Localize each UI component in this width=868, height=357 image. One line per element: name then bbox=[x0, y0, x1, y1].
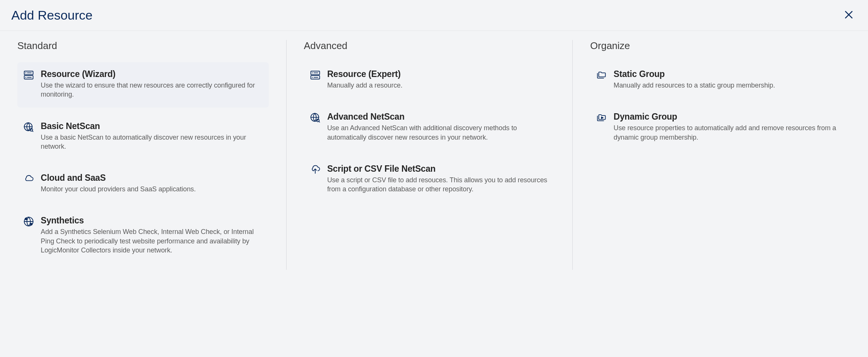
option-body: Script or CSV File NetScan Use a script … bbox=[327, 164, 549, 194]
add-resource-modal: Add Resource Standard bbox=[0, 0, 868, 279]
folders-dynamic-icon bbox=[596, 112, 607, 142]
option-title: Advanced NetScan bbox=[327, 112, 549, 122]
option-cloud-saas[interactable]: Cloud and SaaS Monitor your cloud provid… bbox=[17, 166, 269, 202]
cloud-icon bbox=[23, 173, 34, 194]
option-desc: Use resource properties to automatically… bbox=[613, 123, 845, 142]
option-body: Basic NetScan Use a basic NetScan to aut… bbox=[41, 121, 263, 151]
option-resource-wizard[interactable]: Resource (Wizard) Use the wizard to ensu… bbox=[17, 62, 269, 108]
section-standard: Standard Resource (Wizard) Use the wizar… bbox=[0, 40, 287, 270]
modal-header: Add Resource bbox=[0, 0, 868, 31]
option-body: Synthetics Add a Synthetics Selenium Web… bbox=[41, 215, 263, 255]
option-title: Resource (Expert) bbox=[327, 69, 549, 79]
section-advanced: Advanced Resource (Expert) Manually add … bbox=[287, 40, 573, 270]
option-desc: Manually add a resource. bbox=[327, 81, 549, 90]
option-title: Dynamic Group bbox=[613, 112, 845, 122]
option-body: Resource (Wizard) Use the wizard to ensu… bbox=[41, 69, 263, 99]
option-desc: Manually add resources to a static group… bbox=[613, 81, 845, 90]
option-title: Cloud and SaaS bbox=[41, 173, 263, 183]
globe-search-icon bbox=[310, 112, 321, 142]
option-dynamic-group[interactable]: Dynamic Group Use resource properties to… bbox=[590, 105, 851, 150]
option-synthetics[interactable]: Synthetics Add a Synthetics Selenium Web… bbox=[17, 209, 269, 263]
option-title: Basic NetScan bbox=[41, 121, 263, 131]
modal-body: Standard Resource (Wizard) Use the wizar… bbox=[0, 31, 868, 279]
globe-search-icon bbox=[23, 121, 34, 151]
option-body: Advanced NetScan Use an Advanced NetScan… bbox=[327, 112, 549, 142]
option-desc: Monitor your cloud providers and SaaS ap… bbox=[41, 185, 263, 194]
option-title: Script or CSV File NetScan bbox=[327, 164, 549, 174]
option-desc: Use the wizard to ensure that new resour… bbox=[41, 81, 263, 99]
server-icon bbox=[310, 69, 321, 90]
section-title-organize: Organize bbox=[590, 40, 851, 52]
modal-title: Add Resource bbox=[11, 8, 92, 23]
option-desc: Use a script or CSV file to add resouces… bbox=[327, 175, 549, 194]
option-title: Synthetics bbox=[41, 215, 263, 226]
option-title: Resource (Wizard) bbox=[41, 69, 263, 79]
option-resource-expert[interactable]: Resource (Expert) Manually add a resourc… bbox=[304, 62, 555, 98]
option-static-group[interactable]: Static Group Manually add resources to a… bbox=[590, 62, 851, 98]
option-body: Dynamic Group Use resource properties to… bbox=[613, 112, 845, 142]
option-body: Cloud and SaaS Monitor your cloud provid… bbox=[41, 173, 263, 194]
folders-icon bbox=[596, 69, 607, 90]
globe-monitor-icon bbox=[23, 215, 34, 255]
option-desc: Use an Advanced NetScan with additional … bbox=[327, 123, 549, 142]
option-basic-netscan[interactable]: Basic NetScan Use a basic NetScan to aut… bbox=[17, 114, 269, 160]
close-icon bbox=[844, 15, 854, 21]
server-icon bbox=[23, 69, 34, 99]
option-body: Resource (Expert) Manually add a resourc… bbox=[327, 69, 549, 90]
option-advanced-netscan[interactable]: Advanced NetScan Use an Advanced NetScan… bbox=[304, 105, 555, 150]
close-button[interactable] bbox=[841, 7, 857, 24]
option-desc: Add a Synthetics Selenium Web Check, Int… bbox=[41, 227, 263, 255]
option-body: Static Group Manually add resources to a… bbox=[613, 69, 845, 90]
svg-line-10 bbox=[32, 131, 33, 131]
option-script-csv-netscan[interactable]: Script or CSV File NetScan Use a script … bbox=[304, 157, 555, 202]
option-desc: Use a basic NetScan to automatically dis… bbox=[41, 133, 263, 151]
svg-point-13 bbox=[31, 223, 32, 225]
option-title: Static Group bbox=[613, 69, 845, 79]
cloud-upload-icon bbox=[310, 164, 321, 194]
section-organize: Organize Static Group Manually add resou… bbox=[573, 40, 868, 270]
svg-line-22 bbox=[319, 122, 319, 122]
section-title-standard: Standard bbox=[17, 40, 269, 52]
svg-point-12 bbox=[25, 218, 27, 220]
section-title-advanced: Advanced bbox=[304, 40, 555, 52]
